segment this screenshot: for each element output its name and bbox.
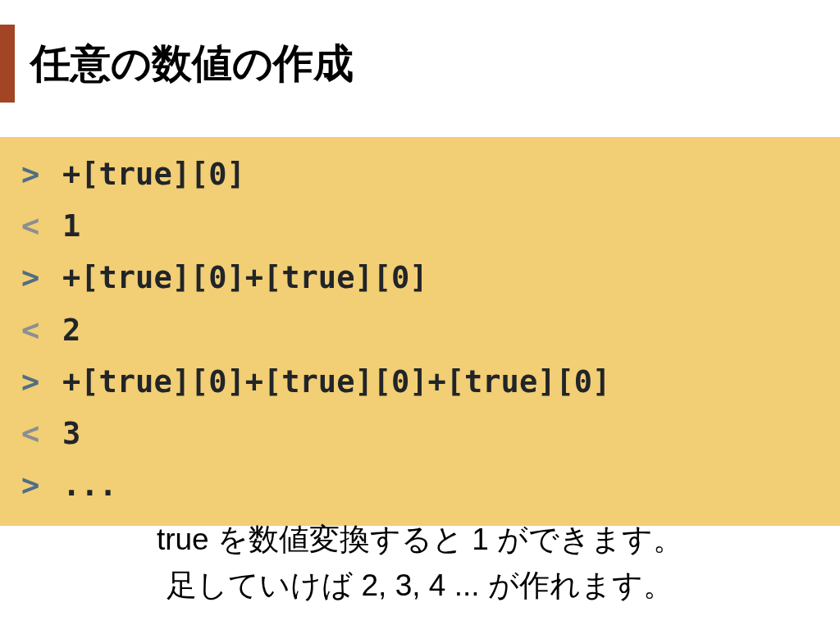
prompt-input-icon: > [21, 461, 62, 509]
console-row: > +[true][0]+[true][0] [0, 252, 840, 304]
console-row: > +[true][0]+[true][0]+[true][0] [0, 356, 840, 408]
console-block: > +[true][0] < 1 > +[true][0]+[true][0] … [0, 137, 840, 526]
caption-line: 足していけば 2, 3, 4 ... が作れます。 [0, 563, 840, 609]
prompt-input-icon: > [21, 150, 62, 199]
console-code: +[true][0]+[true][0]+[true][0] [62, 358, 610, 406]
console-row: < 3 [0, 408, 840, 459]
prompt-output-icon: < [21, 306, 62, 354]
accent-bar [0, 25, 15, 103]
console-output: 2 [62, 306, 80, 354]
prompt-output-icon: < [21, 202, 62, 250]
prompt-input-icon: > [21, 253, 62, 302]
prompt-input-icon: > [21, 358, 62, 406]
console-row: < 2 [0, 304, 840, 356]
console-row: < 1 [0, 200, 840, 252]
console-code: +[true][0]+[true][0] [62, 253, 428, 302]
caption: true を数値変換すると 1 ができます。 足していけば 2, 3, 4 ..… [0, 517, 840, 608]
console-row: > +[true][0] [0, 148, 840, 200]
console-output: 1 [62, 202, 80, 250]
page-title: 任意の数値の作成 [30, 37, 354, 91]
caption-line: true を数値変換すると 1 ができます。 [0, 517, 840, 563]
console-code: ... [62, 461, 117, 509]
slide: 任意の数値の作成 > +[true][0] < 1 > +[true][0]+[… [0, 0, 840, 630]
console-code: +[true][0] [62, 150, 245, 199]
console-row: > ... [0, 459, 840, 511]
console-output: 3 [62, 409, 80, 458]
prompt-output-icon: < [21, 409, 62, 458]
